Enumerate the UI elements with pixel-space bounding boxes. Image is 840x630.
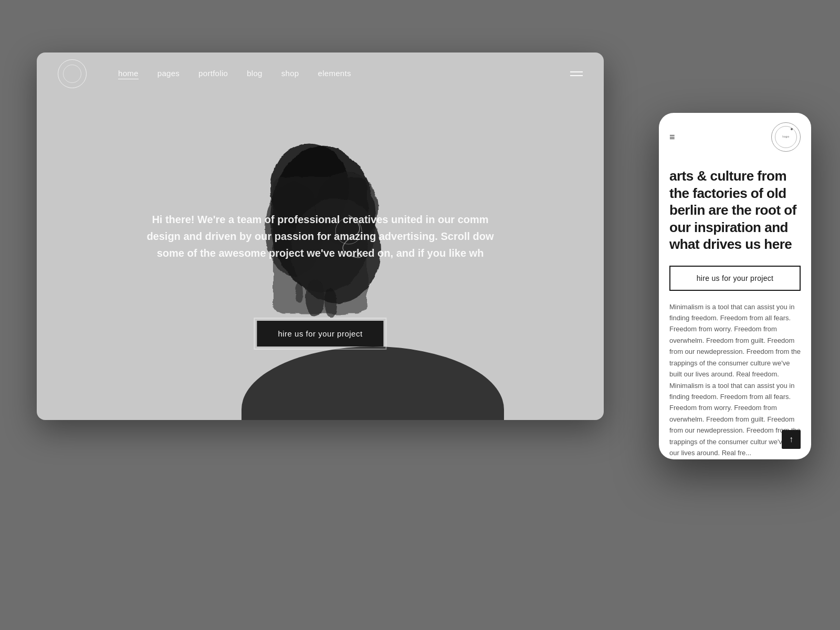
mobile-mockup: ≡ logo arts & culture from the factories…	[659, 113, 811, 459]
nav-item-shop[interactable]: shop	[281, 69, 299, 78]
mobile-header: ≡ logo	[659, 113, 811, 157]
svg-point-8	[295, 282, 303, 303]
mobile-logo[interactable]: logo	[771, 122, 801, 152]
svg-point-7	[324, 289, 337, 318]
mobile-heading: arts & culture from the factories of old…	[669, 167, 801, 253]
nav-link-shop[interactable]: shop	[281, 69, 299, 78]
nav-links: home pages portfolio blog shop elements	[118, 69, 351, 78]
svg-point-9	[335, 218, 362, 244]
cta-button-container: hire us for your project	[257, 321, 383, 346]
nav-logo-inner	[63, 65, 81, 83]
mobile-content: arts & culture from the factories of old…	[659, 157, 811, 456]
scroll-to-top-button[interactable]: ↑	[782, 430, 801, 449]
nav-item-blog[interactable]: blog	[247, 69, 262, 78]
hamburger-line-1	[570, 71, 583, 72]
mobile-cta-button[interactable]: hire us for your project	[669, 266, 801, 291]
browser-window: home pages portfolio blog shop elements	[37, 52, 604, 420]
svg-point-6	[306, 280, 324, 317]
hamburger-line-2	[570, 75, 583, 76]
nav-link-blog[interactable]: blog	[247, 69, 262, 78]
mobile-hamburger-icon[interactable]: ≡	[669, 132, 675, 143]
nav-link-pages[interactable]: pages	[158, 69, 180, 78]
nav-item-home[interactable]: home	[118, 69, 139, 78]
mobile-body-text: Minimalism is a tool that can assist you…	[669, 301, 801, 457]
nav-link-elements[interactable]: elements	[318, 69, 351, 78]
navigation: home pages portfolio blog shop elements	[37, 52, 604, 94]
nav-item-portfolio[interactable]: portfolio	[198, 69, 228, 78]
nav-logo[interactable]	[58, 59, 87, 88]
mobile-logo-circle: logo	[775, 126, 797, 148]
nav-item-elements[interactable]: elements	[318, 69, 351, 78]
nav-item-pages[interactable]: pages	[158, 69, 180, 78]
cta-button[interactable]: hire us for your project	[257, 321, 383, 346]
hamburger-menu-icon[interactable]	[570, 71, 583, 76]
decorative-squiggle	[317, 205, 380, 268]
nav-link-home[interactable]: home	[118, 69, 139, 79]
nav-link-portfolio[interactable]: portfolio	[198, 69, 228, 78]
mobile-logo-dot	[791, 128, 793, 130]
mobile-logo-text: logo	[782, 135, 789, 139]
